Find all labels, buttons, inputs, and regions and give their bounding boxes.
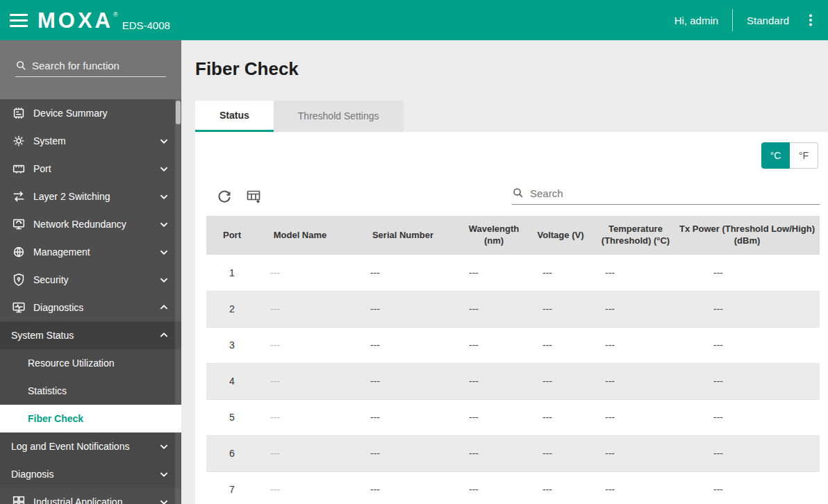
- chevron-down-icon: [156, 133, 172, 149]
- cell-voltage: ---: [524, 255, 597, 291]
- cell-wavelength: ---: [463, 399, 524, 435]
- sidebar-item-label: System: [33, 135, 156, 146]
- sidebar-scrollbar-thumb[interactable]: [176, 101, 181, 124]
- sidebar-item-label: Fiber Check: [28, 413, 176, 424]
- management-icon: [11, 244, 26, 260]
- cell-tx-power: ---: [674, 291, 820, 327]
- main-content: Fiber Check Status Threshold Settings °C…: [181, 40, 828, 504]
- sidebar-item-device-summary[interactable]: Device Summary: [0, 99, 181, 127]
- column-header-voltage: Voltage (V): [524, 216, 597, 255]
- sidebar-item-resource-utilization[interactable]: Resource Utilization: [0, 349, 181, 377]
- chevron-down-icon: [156, 161, 172, 176]
- cell-serial-number: ---: [342, 399, 463, 435]
- sidebar-item-industrial-application[interactable]: Industrial Application: [0, 488, 181, 504]
- cell-model-name: ---: [258, 255, 342, 291]
- user-greeting: Hi, admin: [674, 15, 718, 26]
- cell-model-name: ---: [258, 471, 342, 504]
- cell-temperature: ---: [597, 327, 674, 363]
- cell-model-name: ---: [258, 363, 342, 399]
- table-row: 3 --- --- --- --- --- ---: [206, 327, 820, 363]
- device-model-label: EDS-4008: [122, 19, 170, 31]
- refresh-icon[interactable]: [216, 188, 233, 205]
- table-search: [512, 187, 820, 205]
- cell-serial-number: ---: [342, 435, 463, 471]
- moxa-logo: MOXA ®: [38, 10, 118, 31]
- status-panel: °C °F Port: [195, 132, 828, 504]
- chevron-down-icon: [156, 244, 172, 260]
- chevron-down-icon: [156, 494, 172, 504]
- table-header-row: Port Model Name Serial Number Wavelength…: [206, 216, 820, 255]
- chevron-down-icon: [156, 272, 172, 287]
- table-search-input[interactable]: [530, 187, 820, 199]
- cell-voltage: ---: [524, 435, 597, 471]
- sidebar-item-layer2-switching[interactable]: Layer 2 Switching: [0, 183, 181, 210]
- kebab-menu-icon[interactable]: [803, 12, 818, 28]
- table-settings-icon[interactable]: [245, 188, 262, 205]
- cell-wavelength: ---: [463, 327, 524, 363]
- sidebar-item-label: Statistics: [28, 385, 176, 396]
- function-search-input[interactable]: [32, 60, 170, 72]
- search-icon: [15, 60, 27, 72]
- column-header-port: Port: [206, 216, 258, 255]
- sidebar-item-port[interactable]: Port: [0, 155, 181, 183]
- cell-port: 1: [206, 255, 258, 291]
- fahrenheit-toggle-button[interactable]: °F: [790, 142, 818, 169]
- cell-serial-number: ---: [342, 291, 463, 327]
- table-row: 4 --- --- --- --- --- ---: [206, 363, 820, 399]
- layer2-switching-icon: [11, 189, 26, 204]
- sidebar-item-management[interactable]: Management: [0, 238, 181, 266]
- topbar-divider: [732, 9, 733, 31]
- table-row: 1 --- --- --- --- --- ---: [206, 255, 820, 291]
- table-toolbar: [195, 169, 828, 205]
- cell-port: 3: [206, 327, 258, 363]
- sidebar-item-label: Diagnostics: [33, 302, 156, 313]
- sidebar-item-security[interactable]: Security: [0, 266, 181, 294]
- tab-threshold-settings[interactable]: Threshold Settings: [274, 101, 404, 132]
- cell-tx-power: ---: [674, 255, 820, 291]
- cell-temperature: ---: [597, 471, 674, 504]
- sidebar-item-network-redundancy[interactable]: Network Redundancy: [0, 210, 181, 238]
- cell-temperature: ---: [597, 363, 674, 399]
- sidebar-item-system-status[interactable]: System Status: [0, 321, 181, 349]
- celsius-toggle-button[interactable]: °C: [761, 142, 790, 169]
- chevron-down-icon: [156, 189, 172, 204]
- sidebar-item-label: Layer 2 Switching: [33, 191, 156, 202]
- sidebar-scrollbar: [175, 99, 181, 504]
- sidebar-item-system[interactable]: System: [0, 127, 181, 155]
- cell-port: 6: [206, 435, 258, 471]
- cell-tx-power: ---: [674, 399, 820, 435]
- table-row: 7 --- --- --- --- --- ---: [206, 471, 820, 504]
- column-header-model-name: Model Name: [258, 216, 342, 255]
- cell-serial-number: ---: [342, 363, 463, 399]
- chevron-up-icon: [156, 300, 172, 315]
- mode-selector[interactable]: Standard: [747, 15, 789, 26]
- sidebar-item-diagnosis[interactable]: Diagnosis: [0, 460, 181, 488]
- registered-mark: ®: [113, 11, 118, 18]
- cell-wavelength: ---: [463, 255, 524, 291]
- sidebar-item-log-and-event-notifications[interactable]: Log and Event Notifications: [0, 432, 181, 460]
- cell-wavelength: ---: [463, 291, 524, 327]
- temperature-unit-toggle: °C °F: [195, 132, 828, 169]
- cell-voltage: ---: [524, 471, 597, 504]
- cell-wavelength: ---: [463, 435, 524, 471]
- cell-model-name: ---: [258, 435, 342, 471]
- table-row: 6 --- --- --- --- --- ---: [206, 435, 820, 471]
- sidebar-item-label: Diagnosis: [11, 469, 156, 480]
- cell-serial-number: ---: [342, 327, 463, 363]
- sidebar-item-fiber-check[interactable]: Fiber Check: [0, 405, 181, 432]
- sidebar-item-statistics[interactable]: Statistics: [0, 377, 181, 405]
- network-redundancy-icon: [11, 217, 26, 232]
- table-row: 2 --- --- --- --- --- ---: [206, 291, 820, 327]
- cell-model-name: ---: [258, 399, 342, 435]
- sidebar-item-diagnostics[interactable]: Diagnostics: [0, 294, 181, 321]
- sidebar-item-label: Network Redundancy: [33, 219, 156, 230]
- menu-icon[interactable]: [10, 12, 28, 28]
- cell-voltage: ---: [524, 291, 597, 327]
- topbar: MOXA ® EDS-4008 Hi, admin Standard: [0, 0, 828, 40]
- sidebar-search: [0, 40, 181, 99]
- tab-status[interactable]: Status: [195, 101, 274, 132]
- chevron-down-icon: [156, 217, 172, 232]
- chevron-up-icon: [156, 328, 172, 343]
- column-header-temperature: Temperature (Threshold) (°C): [597, 216, 674, 255]
- diagnostics-icon: [11, 300, 26, 315]
